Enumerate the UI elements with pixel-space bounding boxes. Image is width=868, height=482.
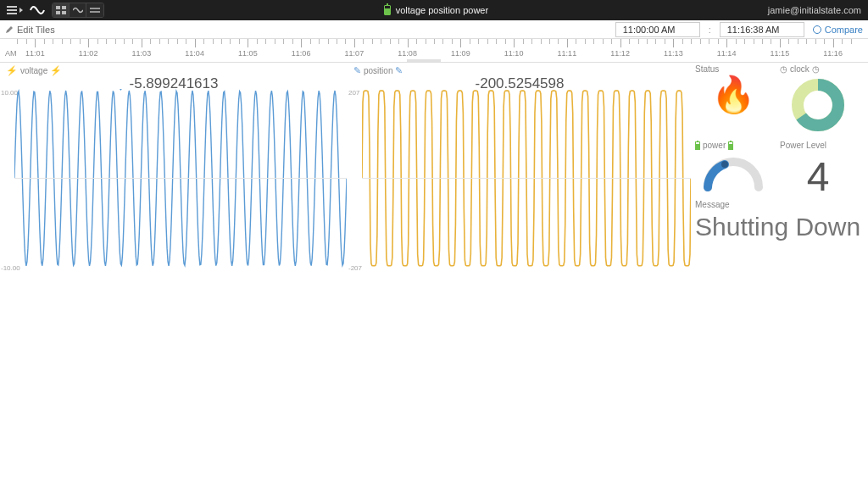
ruler-tick-label: 11:08	[398, 49, 417, 58]
power-tile[interactable]: power	[695, 141, 771, 196]
user-email[interactable]: jamie@initialstate.com	[768, 5, 861, 15]
position-value: -200.5254598	[348, 75, 691, 92]
status-tile[interactable]: Status 🔥	[695, 64, 771, 113]
clock-label: ◷ clock ◷	[780, 64, 856, 74]
timeline-ruler[interactable]: AM 11:0111:0211:0311:0411:0511:0611:0711…	[0, 39, 868, 63]
time-separator: :	[709, 25, 711, 35]
clock-donut	[790, 77, 846, 133]
position-chart	[362, 89, 691, 268]
toolbar: Edit Tiles 11:00:00 AM : 11:16:38 AM Com…	[0, 20, 868, 39]
tiles-view-button[interactable]	[53, 3, 70, 17]
tiles-area: ⚡ voltage ⚡ -5.899241613 10.00 -10.00 ✎ …	[0, 63, 868, 274]
ruler-tick-label: 11:11	[558, 49, 577, 58]
ruler-tick-label: 11:01	[25, 49, 45, 58]
message-label: Message	[695, 200, 865, 209]
power-label: power	[695, 141, 771, 150]
voltage-label: voltage	[20, 66, 47, 75]
svg-rect-0	[56, 6, 60, 9]
status-label: Status	[695, 64, 771, 74]
timeline-selection[interactable]	[407, 59, 441, 62]
clock-icon: ◷	[812, 64, 820, 74]
voltage-value: -5.899241613	[1, 75, 347, 92]
position-tile[interactable]: ✎ position ✎ -200.5254598 207 -207	[348, 63, 692, 274]
voltage-tile[interactable]: ⚡ voltage ⚡ -5.899241613 10.00 -10.00	[0, 63, 348, 274]
caret-right-icon	[19, 8, 23, 13]
lines-view-button[interactable]	[86, 3, 103, 17]
menu-bar: voltage position power jamie@initialstat…	[0, 0, 868, 20]
voltage-chart	[14, 89, 347, 268]
svg-rect-3	[62, 11, 66, 14]
svg-point-9	[721, 161, 728, 168]
clock-tile[interactable]: ◷ clock ◷	[780, 64, 856, 133]
power-level-label: Power Level	[780, 141, 856, 150]
message-tile[interactable]: Message Shutting Down	[695, 200, 865, 241]
power-gauge	[699, 153, 767, 196]
message-text: Shutting Down	[695, 213, 865, 241]
ruler-tick-label: 11:04	[185, 49, 204, 58]
compare-label: Compare	[825, 25, 863, 35]
compare-icon	[813, 25, 821, 34]
svg-rect-1	[62, 6, 66, 9]
page-title: voltage position power	[384, 5, 488, 15]
ruler-start-label: AM	[5, 49, 17, 58]
edit-tiles-button[interactable]: Edit Tiles	[5, 25, 55, 35]
power-level-value: 4	[780, 153, 856, 200]
clock-icon: ◷	[780, 64, 787, 74]
ruler-tick-label: 11:15	[771, 49, 790, 58]
time-start-input[interactable]: 11:00:00 AM	[615, 22, 700, 37]
time-end-input[interactable]: 11:16:38 AM	[720, 22, 804, 37]
ruler-tick-label: 11:10	[504, 49, 524, 58]
menu-toggle-button[interactable]	[7, 6, 23, 14]
battery-icon	[728, 141, 733, 150]
battery-icon	[384, 5, 391, 15]
view-mode-group	[52, 3, 104, 18]
fire-icon: 🔥	[695, 77, 771, 113]
edit-tiles-label: Edit Tiles	[17, 25, 55, 35]
ruler-tick-label: 11:12	[610, 49, 630, 58]
side-panel: Status 🔥 ◷ clock ◷ power	[692, 63, 868, 274]
battery-icon	[695, 141, 700, 150]
ruler-tick-label: 11:03	[132, 49, 152, 58]
ruler-tick-label: 11:02	[79, 49, 98, 58]
ruler-tick-label: 11:14	[717, 49, 737, 58]
waves-view-button[interactable]	[70, 3, 86, 17]
ruler-tick-label: 11:16	[823, 49, 843, 58]
page-title-text: voltage position power	[396, 5, 488, 15]
compare-button[interactable]: Compare	[813, 25, 863, 35]
background-image	[0, 262, 868, 482]
ruler-tick-label: 11:13	[664, 49, 683, 58]
power-level-tile[interactable]: Power Level 4	[780, 141, 856, 200]
position-ymin: -207	[348, 264, 362, 272]
position-label: position	[364, 66, 392, 75]
ruler-tick-label: 11:06	[292, 49, 311, 58]
logo-icon[interactable]	[30, 3, 45, 17]
svg-rect-2	[56, 11, 60, 14]
ruler-tick-label: 11:07	[345, 49, 364, 58]
ruler-tick-label: 11:09	[451, 49, 470, 58]
ruler-tick-label: 11:05	[238, 49, 258, 58]
